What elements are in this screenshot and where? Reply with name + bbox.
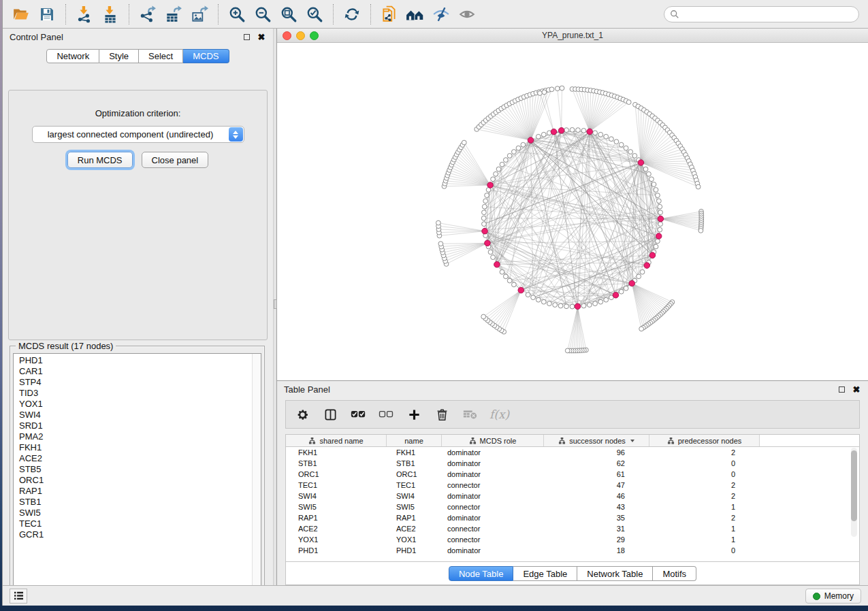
import-network-icon[interactable] [71, 3, 97, 26]
zoom-in-icon[interactable] [224, 3, 250, 26]
column-label: MCDS role [480, 437, 517, 445]
table-row[interactable]: ORC1ORC1dominator610 [286, 469, 859, 480]
tab-network[interactable]: Network [46, 49, 99, 63]
control-panel-title: Control Panel [10, 32, 63, 42]
close-panel-action-button[interactable]: Close panel [142, 152, 209, 168]
mcds-result-list[interactable]: PHD1CAR1STP4TID3YOX1SWI4SRD1PMA2FKH1ACE2… [13, 353, 261, 595]
zoom-fit-icon[interactable] [276, 3, 302, 26]
mcds-node[interactable]: YOX1 [19, 399, 261, 410]
cell-successor-nodes: 29 [544, 534, 649, 545]
hide-selected-icon[interactable] [428, 3, 454, 26]
table-row[interactable]: TEC1TEC1connector472 [286, 480, 859, 491]
delete-icon[interactable] [434, 406, 450, 423]
delete-table-icon[interactable] [462, 406, 478, 423]
add-icon[interactable] [406, 406, 422, 423]
close-table-panel-button[interactable]: ✖ [852, 384, 861, 394]
table-row[interactable]: SWI4SWI4dominator462 [286, 491, 859, 501]
toolbar-separator [333, 4, 334, 24]
close-panel-button[interactable]: ✖ [257, 32, 266, 42]
export-table-icon[interactable] [161, 3, 187, 26]
mcds-node[interactable]: TEC1 [19, 518, 261, 529]
mcds-node[interactable]: STB1 [19, 497, 261, 508]
table-row[interactable]: YOX1YOX1connector291 [286, 534, 859, 545]
mcds-node[interactable]: PMA2 [19, 431, 261, 442]
cell-MCDS-role: dominator [442, 447, 544, 458]
tab-style[interactable]: Style [99, 49, 139, 63]
float-table-panel-button[interactable] [837, 384, 846, 394]
table-scrollbar-thumb[interactable] [851, 450, 857, 521]
cell-predecessor-nodes: 2 [649, 480, 760, 491]
mcds-result-title: MCDS result (17 nodes) [16, 341, 116, 351]
cell-shared-name: TEC1 [286, 480, 387, 491]
search-input[interactable] [679, 10, 853, 19]
column-header-successor-nodes[interactable]: successor nodes [544, 435, 649, 446]
cell-predecessor-nodes: 2 [649, 447, 760, 458]
mcds-node[interactable]: SRD1 [19, 420, 261, 431]
copy-network-icon[interactable] [376, 3, 402, 26]
export-network-icon[interactable] [135, 3, 161, 26]
mcds-node[interactable]: TID3 [19, 388, 261, 399]
mcds-node[interactable]: FKH1 [19, 442, 261, 453]
window-minimize-button[interactable] [296, 31, 305, 40]
table-row[interactable]: ACE2ACE2connector311 [286, 523, 859, 534]
table-row[interactable]: PHD1PHD1dominator180 [286, 545, 859, 556]
open-file-icon[interactable] [8, 3, 34, 26]
zoom-out-icon[interactable] [250, 3, 276, 26]
mcds-node[interactable]: STB5 [19, 464, 261, 475]
save-session-icon[interactable] [34, 3, 60, 26]
export-image-icon[interactable] [187, 3, 212, 26]
column-header-predecessor-nodes[interactable]: predecessor nodes [649, 435, 760, 446]
select-all-icon[interactable] [350, 406, 366, 423]
zoom-selected-icon[interactable] [302, 3, 327, 26]
columns-icon[interactable] [322, 406, 338, 423]
function-builder-icon[interactable]: f(x) [489, 408, 509, 421]
deselect-all-icon[interactable] [378, 406, 394, 423]
mcds-node[interactable]: STP4 [19, 377, 261, 388]
panel-splitter[interactable] [273, 29, 277, 585]
column-header-name[interactable]: name [387, 435, 442, 446]
mcds-node[interactable]: SWI4 [19, 410, 261, 420]
tab-network-table[interactable]: Network Table [577, 566, 653, 581]
cell-successor-nodes: 18 [544, 545, 649, 556]
tab-node-table[interactable]: Node Table [449, 566, 514, 581]
tab-mcds[interactable]: MCDS [183, 49, 229, 63]
cell-successor-nodes: 31 [544, 523, 649, 534]
table-row[interactable]: STB1STB1dominator620 [286, 458, 859, 469]
toolbar-separator [65, 4, 66, 24]
window-zoom-button[interactable] [310, 31, 319, 40]
run-mcds-button[interactable]: Run MCDS [67, 152, 133, 168]
network-canvas[interactable] [277, 43, 868, 380]
cell-MCDS-role: connector [442, 480, 544, 491]
float-panel-button[interactable] [242, 32, 251, 42]
cell-MCDS-role: connector [442, 534, 544, 545]
table-scrollbar[interactable] [851, 448, 857, 537]
tab-select[interactable]: Select [139, 49, 183, 63]
table-row[interactable]: FKH1FKH1dominator962 [286, 447, 859, 458]
mcds-node[interactable]: GCR1 [19, 529, 261, 540]
mcds-node[interactable]: ACE2 [19, 453, 261, 464]
table-row[interactable]: RAP1RAP1dominator352 [286, 512, 859, 523]
memory-button[interactable]: Memory [805, 589, 861, 604]
task-history-button[interactable] [10, 589, 27, 604]
cell-MCDS-role: dominator [442, 458, 544, 469]
mcds-node[interactable]: SWI5 [19, 508, 261, 518]
splitter-handle[interactable] [274, 299, 277, 309]
mcds-node[interactable]: PHD1 [19, 355, 261, 366]
gear-icon[interactable] [294, 406, 310, 423]
tab-edge-table[interactable]: Edge Table [513, 566, 577, 581]
mcds-node[interactable]: CAR1 [19, 366, 261, 377]
criterion-select[interactable]: largest connected component (undirected) [32, 126, 244, 143]
mcds-list-scrollbar[interactable] [252, 354, 261, 595]
refresh-icon[interactable] [339, 3, 365, 26]
import-table-icon[interactable] [97, 3, 123, 26]
column-header-MCDS-role[interactable]: MCDS role [442, 435, 544, 446]
column-header-shared-name[interactable]: shared name [286, 435, 387, 446]
show-eye-icon[interactable] [454, 3, 480, 26]
search-field[interactable] [664, 6, 859, 22]
window-close-button[interactable] [283, 31, 291, 40]
table-row[interactable]: SWI5SWI5connector431 [286, 501, 859, 512]
mcds-node[interactable]: ORC1 [19, 475, 261, 486]
show-all-icon[interactable] [402, 3, 428, 26]
mcds-node[interactable]: RAP1 [19, 486, 261, 497]
tab-motifs[interactable]: Motifs [653, 566, 696, 581]
